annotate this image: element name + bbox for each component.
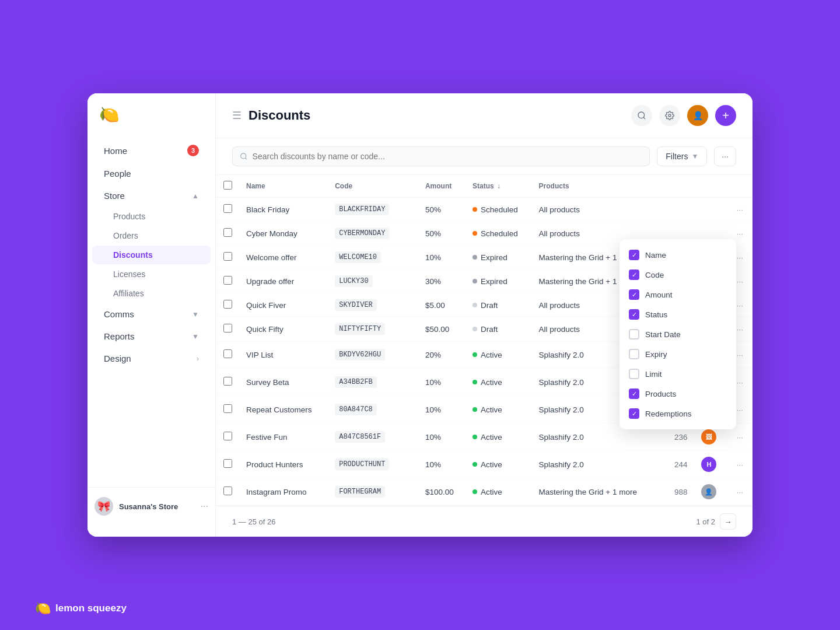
row-amount: $5.00 [418, 293, 466, 317]
sidebar-item-licenses[interactable]: Licenses [92, 265, 211, 284]
row-amount: 10% [418, 451, 466, 478]
sidebar-item-store[interactable]: Store ▲ [92, 185, 211, 206]
row-code: A34BB2FB [328, 369, 418, 396]
sidebar-item-reports[interactable]: Reports ▼ [92, 326, 211, 347]
more-options-button[interactable]: ··· [714, 146, 736, 166]
row-products: Mastering the Grid + 1 more [532, 478, 657, 506]
row-products: Mastering the Grid + 1 more [532, 506, 657, 506]
row-name: Quick Fifty [239, 317, 328, 341]
sidebar-item-comms[interactable]: Comms ▼ [92, 303, 211, 325]
column-toggle-products[interactable]: ✓ Products [620, 384, 736, 404]
page-title: Discounts [249, 108, 310, 123]
row-more-button[interactable]: ··· [727, 451, 752, 478]
header-right: 👤 + [631, 105, 736, 126]
filters-button[interactable]: Filters ▼ [657, 146, 707, 166]
search-input[interactable] [253, 152, 643, 161]
sidebar-item-discounts[interactable]: Discounts [92, 246, 211, 264]
row-amount: $100.00 [418, 506, 466, 506]
sidebar-item-products[interactable]: Products [92, 207, 211, 226]
select-all-checkbox[interactable] [223, 181, 232, 190]
add-button[interactable]: + [715, 105, 736, 126]
row-checkbox[interactable] [223, 432, 232, 440]
row-status: Active [466, 451, 531, 478]
row-checkbox[interactable] [223, 228, 232, 237]
row-amount: 20% [418, 341, 466, 369]
checkbox-redemptions: ✓ [629, 408, 639, 419]
col-status[interactable]: Status ↓ [466, 175, 531, 198]
column-label-amount: Amount [645, 290, 673, 299]
col-products[interactable]: Products [532, 175, 657, 198]
row-checkbox[interactable] [223, 204, 232, 213]
column-toggle-amount[interactable]: ✓ Amount [620, 285, 736, 304]
sidebar-footer[interactable]: 🎀 Susanna's Store ··· [88, 487, 215, 525]
bottom-logo-icon: 🍋 [35, 601, 51, 616]
header-left: ☰ Discounts [232, 108, 310, 123]
row-name: Welcome offer [239, 246, 328, 270]
sidebar-item-affiliates[interactable]: Affiliates [92, 284, 211, 303]
user-avatar[interactable]: 👤 [687, 105, 708, 126]
row-avatar: H [694, 451, 727, 478]
row-checkbox[interactable] [223, 459, 232, 468]
sidebar-item-orders[interactable]: Orders [92, 226, 211, 245]
status-dot [473, 407, 477, 412]
row-checkbox[interactable] [223, 487, 232, 495]
column-toggle-redemptions[interactable]: ✓ Redemptions [620, 404, 736, 424]
row-more-button[interactable]: ··· [727, 506, 752, 506]
checkbox-status: ✓ [629, 309, 639, 320]
row-name: VIP List [239, 341, 328, 369]
row-checkbox[interactable] [223, 404, 232, 413]
svg-point-1 [668, 114, 671, 117]
column-label-status: Status [645, 310, 667, 319]
search-box [232, 146, 650, 166]
col-name[interactable]: Name [239, 175, 328, 198]
row-checkbox[interactable] [223, 349, 232, 358]
col-amount[interactable]: Amount [418, 175, 466, 198]
row-count-label: 1 — 25 of 26 [232, 517, 275, 526]
column-toggle-start_date[interactable]: Start Date [620, 324, 736, 344]
row-checkbox[interactable] [223, 324, 232, 332]
row-avatar: 👤 [694, 478, 727, 506]
checkbox-products: ✓ [629, 388, 639, 399]
status-dot [473, 489, 477, 494]
row-checkbox[interactable] [223, 377, 232, 386]
row-status: Scheduled [466, 198, 531, 222]
footer-more-icon[interactable]: ··· [201, 501, 208, 512]
row-status: Draft [466, 317, 531, 341]
row-code: NIFTYFIFTY [328, 317, 418, 341]
row-checkbox[interactable] [223, 276, 232, 285]
search-button[interactable] [631, 105, 652, 126]
hamburger-icon[interactable]: ☰ [232, 109, 242, 122]
row-code: CYBERMONDAY [328, 222, 418, 246]
row-status: Draft [466, 293, 531, 317]
row-amount: 50% [418, 198, 466, 222]
row-checkbox[interactable] [223, 300, 232, 309]
row-amount: $50.00 [418, 317, 466, 341]
row-name: Festive Fun [239, 424, 328, 451]
bottom-logo-text: lemon squeezy [55, 603, 127, 614]
row-code: LUCKY30 [328, 270, 418, 293]
row-amount: 10% [418, 396, 466, 424]
row-more-button[interactable]: ··· [727, 478, 752, 506]
col-code[interactable]: Code [328, 175, 418, 198]
sidebar-item-design[interactable]: Design › [92, 348, 211, 369]
column-toggle-code[interactable]: ✓ Code [620, 265, 736, 285]
column-label-limit: Limit [645, 370, 662, 379]
row-redemptions: 38 [657, 506, 694, 506]
sidebar-item-people[interactable]: People [92, 163, 211, 184]
column-toggle-limit[interactable]: Limit [620, 364, 736, 384]
main-content: ☰ Discounts 👤 + [216, 93, 752, 537]
checkbox-limit [629, 369, 639, 379]
row-checkbox[interactable] [223, 252, 232, 261]
status-dot [473, 303, 477, 307]
row-redemptions [657, 198, 694, 222]
sidebar-item-home[interactable]: Home 3 [92, 139, 211, 162]
column-toggle-expiry[interactable]: Expiry [620, 344, 736, 364]
column-toggle-status[interactable]: ✓ Status [620, 304, 736, 324]
column-toggle-name[interactable]: ✓ Name [620, 245, 736, 265]
next-page-button[interactable]: → [720, 513, 736, 530]
bottom-branding: 🍋 lemon squeezy [35, 601, 127, 616]
row-more-button[interactable]: ··· [727, 198, 752, 222]
design-chevron-icon: › [197, 355, 199, 363]
row-amount: 10% [418, 246, 466, 270]
settings-button[interactable] [659, 105, 680, 126]
